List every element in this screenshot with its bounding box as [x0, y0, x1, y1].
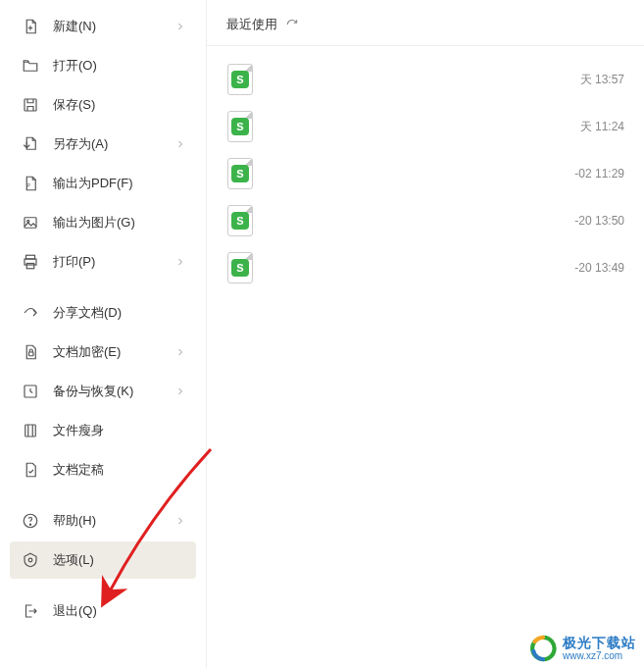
- spreadsheet-file-icon: S: [226, 205, 254, 236]
- menu-item-save[interactable]: 保存(S): [10, 86, 196, 124]
- file-timestamp: -20 13:49: [556, 261, 624, 275]
- print-icon: [20, 251, 41, 273]
- folder-open-icon: [20, 55, 41, 77]
- menu-item-help[interactable]: 帮助(H): [10, 502, 196, 540]
- menu-item-share[interactable]: 分享文档(D): [10, 294, 196, 332]
- spreadsheet-file-icon: S: [226, 111, 254, 142]
- chevron-right-icon: [174, 346, 186, 358]
- export-image-icon: [20, 212, 41, 233]
- spreadsheet-file-icon: S: [226, 158, 254, 189]
- recent-header: 最近使用: [207, 10, 644, 46]
- menu-item-new[interactable]: 新建(N): [10, 8, 196, 45]
- svg-rect-2: [25, 218, 36, 229]
- chevron-right-icon: [174, 515, 186, 527]
- menu-label: 退出(Q): [53, 602, 186, 620]
- menu-label: 选项(L): [53, 551, 186, 569]
- slim-icon: [20, 420, 41, 441]
- svg-rect-7: [29, 352, 34, 356]
- recent-title: 最近使用: [226, 16, 277, 33]
- menu-item-export-image[interactable]: 输出为图片(G): [10, 204, 196, 241]
- menu-item-finalize[interactable]: 文档定稿: [10, 451, 196, 488]
- svg-text:P: P: [27, 183, 30, 188]
- menu-label: 帮助(H): [53, 512, 174, 530]
- svg-point-12: [28, 558, 32, 562]
- file-timestamp: -20 13:50: [556, 214, 624, 228]
- refresh-icon[interactable]: [285, 18, 299, 31]
- recent-file-list: S 天 13:57 S 天 11:24 S -02 11:29: [207, 46, 644, 301]
- file-timestamp: -02 11:29: [556, 167, 624, 180]
- watermark-name: 极光下载站: [563, 636, 636, 650]
- recent-file-row[interactable]: S 天 13:57: [226, 56, 624, 103]
- chevron-right-icon: [174, 256, 186, 268]
- menu-label: 另存为(A): [53, 135, 174, 153]
- file-timestamp: 天 11:24: [556, 119, 624, 135]
- menu-label: 新建(N): [53, 18, 174, 35]
- menu-item-open[interactable]: 打开(O): [10, 47, 196, 84]
- menu-label: 输出为PDF(F): [53, 175, 186, 192]
- file-name-redacted: [270, 209, 556, 232]
- export-pdf-icon: P: [20, 173, 41, 194]
- watermark-url: www.xz7.com: [563, 650, 636, 661]
- chevron-right-icon: [174, 385, 186, 397]
- save-icon: [20, 94, 41, 116]
- menu-label: 保存(S): [53, 96, 186, 114]
- file-menu-sidebar: 新建(N) 打开(O) 保存(S) 另存为(A): [0, 0, 207, 668]
- watermark: 极光下载站 www.xz7.com: [529, 635, 636, 662]
- menu-item-export-pdf[interactable]: P 输出为PDF(F): [10, 165, 196, 202]
- menu-item-print[interactable]: 打印(P): [10, 243, 196, 281]
- file-name-redacted: [270, 115, 556, 138]
- new-file-icon: [20, 16, 41, 37]
- help-icon: [20, 510, 41, 532]
- save-as-icon: [20, 133, 41, 155]
- menu-label: 输出为图片(G): [53, 214, 186, 231]
- file-name-redacted: [270, 68, 556, 91]
- menu-item-slim[interactable]: 文件瘦身: [10, 412, 196, 449]
- spreadsheet-file-icon: S: [226, 64, 254, 95]
- share-icon: [20, 302, 41, 324]
- recent-panel: 最近使用 S 天 13:57 S 天 11:24: [207, 0, 644, 668]
- file-timestamp: 天 13:57: [556, 72, 624, 88]
- menu-item-exit[interactable]: 退出(Q): [10, 592, 196, 630]
- menu-label: 打开(O): [53, 57, 186, 75]
- svg-point-11: [29, 524, 30, 525]
- menu-label: 文件瘦身: [53, 422, 186, 439]
- app-root: 新建(N) 打开(O) 保存(S) 另存为(A): [0, 0, 644, 668]
- svg-rect-9: [25, 425, 36, 437]
- menu-label: 备份与恢复(K): [53, 383, 174, 400]
- menu-item-options[interactable]: 选项(L): [10, 541, 196, 579]
- menu-item-backup[interactable]: 备份与恢复(K): [10, 373, 196, 410]
- spreadsheet-file-icon: S: [226, 252, 254, 283]
- options-icon: [20, 549, 41, 571]
- recent-file-row[interactable]: S 天 11:24: [226, 103, 624, 150]
- lock-icon: [20, 341, 41, 363]
- menu-item-encrypt[interactable]: 文档加密(E): [10, 334, 196, 371]
- recent-file-row[interactable]: S -20 13:49: [226, 244, 624, 291]
- menu-label: 分享文档(D): [53, 304, 186, 322]
- recent-file-row[interactable]: S -20 13:50: [226, 197, 624, 244]
- backup-icon: [20, 381, 41, 402]
- menu-item-save-as[interactable]: 另存为(A): [10, 126, 196, 163]
- recent-file-row[interactable]: S -02 11:29: [226, 150, 624, 197]
- watermark-logo-icon: [529, 635, 557, 662]
- menu-label: 文档加密(E): [53, 343, 174, 361]
- svg-rect-6: [26, 264, 34, 269]
- chevron-right-icon: [174, 138, 186, 150]
- exit-icon: [20, 600, 41, 622]
- menu-label: 打印(P): [53, 253, 174, 271]
- menu-label: 文档定稿: [53, 461, 186, 479]
- file-name-redacted: [270, 256, 556, 280]
- file-name-redacted: [270, 162, 556, 185]
- svg-rect-0: [25, 99, 36, 111]
- finalize-icon: [20, 459, 41, 481]
- chevron-right-icon: [174, 21, 186, 32]
